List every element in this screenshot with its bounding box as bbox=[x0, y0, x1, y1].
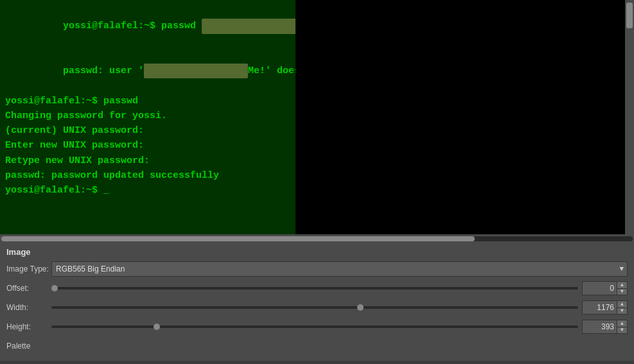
height-slider-wrapper bbox=[51, 325, 578, 328]
terminal-line-8: passwd: password updated successfully bbox=[5, 168, 290, 183]
height-spinbox[interactable]: 393 ▲ ▼ bbox=[582, 320, 628, 334]
terminal-text: yossi@falafel:~$ passwd bbox=[63, 21, 202, 31]
width-label: Width: bbox=[6, 303, 51, 312]
offset-decrement-button[interactable]: ▼ bbox=[617, 289, 627, 295]
bottom-panel: Image Image Type: RGB565 Big Endian RGB5… bbox=[0, 243, 634, 361]
terminal-text-2: passwd: user ' bbox=[63, 65, 144, 76]
terminal-area: yossi@falafel:~$ passwd ████████████████… bbox=[0, 0, 634, 234]
terminal-line-2: passwd: user '██████████████████Me!' doe… bbox=[5, 49, 290, 94]
width-spinbox[interactable]: 1176 ▲ ▼ bbox=[582, 300, 628, 315]
height-row: Height: 393 ▲ ▼ bbox=[6, 318, 628, 335]
offset-label: Offset: bbox=[6, 284, 51, 293]
terminal-line-5: (current) UNIX password: bbox=[5, 123, 290, 138]
width-row: Width: 1176 ▲ ▼ bbox=[6, 299, 628, 316]
terminal-line-1: yossi@falafel:~$ passwd ████████████████… bbox=[5, 4, 290, 49]
terminal-left-pane: yossi@falafel:~$ passwd ████████████████… bbox=[0, 0, 295, 234]
terminal-line-7: Retype new UNIX password: bbox=[5, 153, 290, 168]
horizontal-scrollbar-area[interactable] bbox=[0, 234, 634, 243]
terminal-line-3: yossi@falafel:~$ passwd bbox=[5, 94, 290, 108]
scrollbar-thumb-vertical bbox=[626, 3, 633, 28]
width-decrement-button[interactable]: ▼ bbox=[617, 308, 627, 315]
horizontal-scrollbar-thumb bbox=[1, 236, 475, 241]
terminal-right-pane bbox=[295, 0, 634, 234]
offset-input[interactable]: 0 bbox=[582, 281, 617, 295]
terminal-line-6: Enter new UNIX password: bbox=[5, 138, 290, 153]
offset-increment-button[interactable]: ▲ bbox=[617, 282, 627, 289]
height-input[interactable]: 393 bbox=[582, 320, 617, 334]
vertical-scrollbar[interactable] bbox=[625, 0, 634, 234]
section-title: Image bbox=[6, 247, 628, 257]
terminal-line-9: yossi@falafel:~$ _ bbox=[5, 183, 290, 198]
height-slider[interactable] bbox=[51, 325, 578, 328]
palette-label: Palette bbox=[6, 342, 51, 351]
width-slider[interactable] bbox=[51, 306, 578, 309]
image-type-row: Image Type: RGB565 Big Endian RGB565 Lit… bbox=[6, 261, 628, 277]
offset-spinbox[interactable]: 0 ▲ ▼ bbox=[582, 281, 628, 295]
height-decrement-button[interactable]: ▼ bbox=[617, 327, 627, 334]
image-type-label: Image Type: bbox=[6, 264, 51, 273]
offset-row: Offset: 0 ▲ ▼ bbox=[6, 280, 628, 297]
horizontal-scrollbar-track bbox=[1, 236, 633, 241]
terminal-line-4: Changing password for yossi. bbox=[5, 108, 290, 123]
offset-slider-wrapper bbox=[51, 287, 578, 290]
width-input[interactable]: 1176 bbox=[582, 300, 617, 315]
width-increment-button[interactable]: ▲ bbox=[617, 301, 627, 308]
width-slider-wrapper bbox=[51, 306, 578, 309]
height-increment-button[interactable]: ▲ bbox=[617, 320, 627, 327]
redacted-2: ██████████████████ bbox=[144, 64, 248, 78]
image-type-select-wrapper[interactable]: RGB565 Big Endian RGB565 Little Endian R… bbox=[51, 261, 628, 277]
redacted-1: ██████████████████ bbox=[202, 19, 306, 33]
width-spinbox-buttons: ▲ ▼ bbox=[617, 300, 628, 315]
height-spinbox-buttons: ▲ ▼ bbox=[617, 320, 628, 334]
image-type-select[interactable]: RGB565 Big Endian RGB565 Little Endian R… bbox=[51, 261, 628, 277]
height-label: Height: bbox=[6, 322, 51, 331]
palette-row: Palette bbox=[6, 338, 628, 354]
offset-spinbox-buttons: ▲ ▼ bbox=[617, 281, 628, 295]
offset-slider[interactable] bbox=[51, 287, 578, 290]
